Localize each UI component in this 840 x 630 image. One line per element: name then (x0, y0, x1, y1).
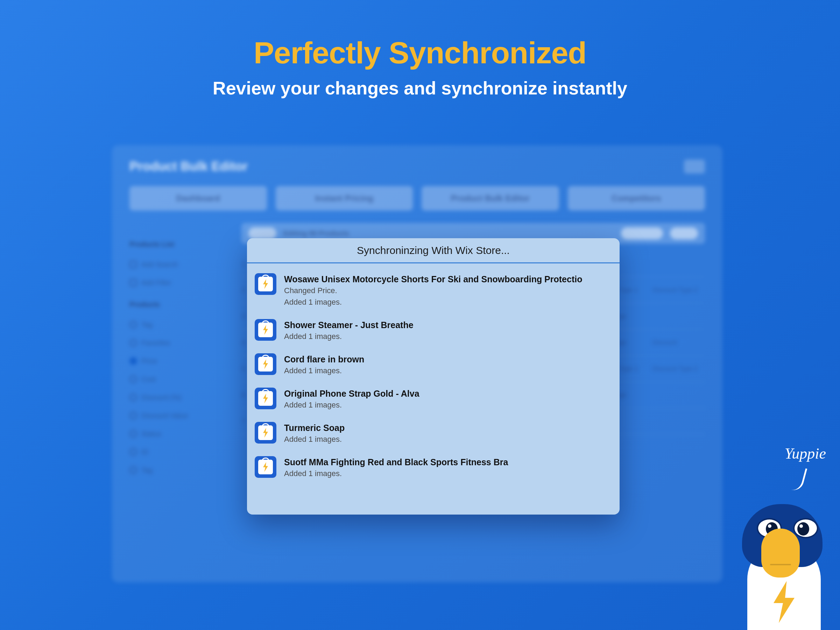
sync-item: Turmeric SoapAdded 1 images. (255, 417, 612, 451)
sync-item-title: Original Phone Strap Gold - Alva (284, 388, 612, 399)
bg-side-item: Discount (%) (129, 390, 227, 405)
sync-item-change: Added 1 images. (284, 331, 612, 342)
sync-item-change: Added 1 images. (284, 297, 612, 308)
bg-tab-pricing: Instant Pricing (276, 186, 413, 211)
bg-side-item: Status (129, 426, 227, 441)
sync-item-change: Added 1 images. (284, 468, 612, 479)
bg-tab-bulk-editor: Product Bulk Editor (422, 186, 559, 211)
sync-item-title: Suotf MMa Fighting Red and Black Sports … (284, 457, 612, 468)
product-bag-icon (255, 273, 276, 295)
sync-item: Wosawe Unisex Motorcycle Shorts For Ski … (255, 268, 612, 314)
bg-side-item: Favorites (129, 335, 227, 350)
bg-tabs: Dashboard Instant Pricing Product Bulk E… (129, 186, 705, 211)
sync-item: Original Phone Strap Gold - AlvaAdded 1 … (255, 383, 612, 417)
bg-side-section: Products (129, 300, 227, 308)
modal-body: Wosawe Unisex Motorcycle Shorts For Ski … (247, 264, 620, 490)
bg-side-item: Tag (129, 317, 227, 332)
bg-side-item: Price (129, 354, 227, 368)
sync-item: Suotf MMa Fighting Red and Black Sports … (255, 451, 612, 486)
bg-side-item: Tag (129, 463, 227, 477)
modal-header: Synchroninzing With Wix Store... (247, 238, 620, 264)
bg-side-section: Products List (129, 240, 227, 248)
sync-item-title: Wosawe Unisex Motorcycle Shorts For Ski … (284, 274, 612, 285)
modal-title: Synchroninzing With Wix Store... (357, 245, 510, 256)
bg-tab-dashboard: Dashboard (129, 186, 267, 211)
penguin-icon (728, 504, 826, 630)
sync-item-title: Cord flare in brown (284, 354, 612, 365)
sync-item: Cord flare in brownAdded 1 images. (255, 348, 612, 383)
sync-item-change: Added 1 images. (284, 366, 612, 376)
bg-close-button (684, 159, 705, 174)
bg-tab-competitors: Competitors (568, 186, 705, 211)
bg-side-item: Cost (129, 372, 227, 387)
hero-subtitle: Review your changes and synchronize inst… (0, 77, 840, 99)
bg-side-item: Add Search (129, 257, 227, 272)
product-bag-icon (255, 353, 276, 375)
hero-title: Perfectly Synchronized (0, 35, 840, 71)
bg-app-title: Product Bulk Editor (129, 159, 248, 174)
mascot: Yuppie (714, 445, 826, 630)
hero-section: Perfectly Synchronized Review your chang… (0, 0, 840, 99)
speech-tail (791, 466, 807, 492)
product-bag-icon (255, 456, 276, 478)
sync-item-change: Added 1 images. (284, 434, 612, 445)
bg-sidebar: Products List Add Search Add Filter Prod… (129, 223, 227, 481)
product-bag-icon (255, 319, 276, 341)
bg-side-item: Discount Value (129, 408, 227, 423)
product-bag-icon (255, 388, 276, 409)
bg-side-item: ID (129, 445, 227, 459)
bg-side-item: Add Filter (129, 275, 227, 290)
sync-item-change: Added 1 images. (284, 400, 612, 411)
sync-item-change: Changed Price. (284, 286, 612, 296)
sync-item-title: Shower Steamer - Just Breathe (284, 320, 612, 330)
sync-modal: Synchroninzing With Wix Store... Wosawe … (247, 238, 620, 515)
sync-item-title: Turmeric Soap (284, 423, 612, 433)
sync-item: Shower Steamer - Just BreatheAdded 1 ima… (255, 314, 612, 348)
lightning-icon (768, 581, 800, 623)
product-bag-icon (255, 422, 276, 444)
mascot-speech: Yuppie (785, 445, 826, 463)
